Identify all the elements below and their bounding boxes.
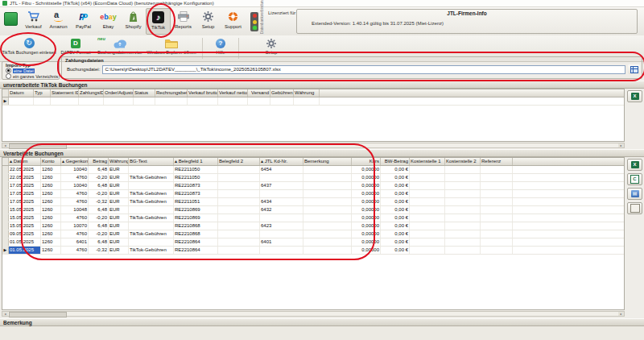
- table-row[interactable]: 09.05.202512604760-0,20EURTikTok-Gebühre…: [2, 230, 624, 238]
- export-excel-button[interactable]: X: [627, 159, 642, 171]
- table-cell[interactable]: [445, 174, 481, 181]
- table-cell[interactable]: [34, 97, 51, 105]
- table-cell[interactable]: 1260: [41, 230, 61, 238]
- table-cell[interactable]: 1260: [41, 174, 61, 181]
- table-cell[interactable]: [248, 97, 270, 105]
- table-cell[interactable]: [218, 190, 260, 197]
- table-cell[interactable]: 0,00000: [352, 230, 381, 238]
- table-cell[interactable]: 0,00 €: [381, 190, 410, 197]
- table-cell[interactable]: 0,00 €: [381, 230, 410, 238]
- table-cell[interactable]: EUR: [109, 214, 129, 222]
- table-cell[interactable]: [481, 230, 513, 238]
- table-cell[interactable]: [481, 174, 513, 181]
- table-cell[interactable]: [260, 247, 303, 254]
- table-cell[interactable]: [134, 97, 155, 105]
- column-header[interactable]: Referenz: [481, 158, 513, 165]
- ribbon-tab-tiktok[interactable]: ♪ TikTok: [146, 8, 171, 35]
- table-cell[interactable]: 22.05.2025: [9, 166, 41, 173]
- table-cell[interactable]: [218, 174, 260, 181]
- unprocessed-bookings-table[interactable]: DatumTypStatement IDZahlungsIDOrder/Adju…: [2, 89, 625, 142]
- column-header[interactable]: Betrag: [89, 158, 109, 165]
- table-cell[interactable]: EUR: [109, 166, 129, 173]
- table-cell[interactable]: 0,00 €: [381, 222, 410, 230]
- table-cell[interactable]: 10048: [61, 206, 89, 214]
- table-cell[interactable]: EUR: [109, 206, 129, 214]
- table-row[interactable]: 22.05.20251260100406,48EURRE221105064540…: [2, 166, 624, 174]
- column-header[interactable]: Rechnungsbetrag: [155, 89, 188, 97]
- table-cell[interactable]: TikTok-Gebühren: [129, 198, 174, 205]
- table-cell[interactable]: [260, 230, 303, 238]
- table-cell[interactable]: 10070: [61, 222, 89, 230]
- table-cell[interactable]: -0,32: [89, 247, 109, 254]
- table-row[interactable]: 15.05.202512604760-0,20EURTikTok-Gebühre…: [2, 214, 624, 222]
- table-cell[interactable]: -0,20: [89, 174, 109, 181]
- table-row[interactable]: 17.05.20251260100406,48EURRE221087364370…: [2, 182, 624, 190]
- table-cell[interactable]: 4760: [61, 190, 89, 197]
- table-cell[interactable]: [410, 198, 445, 205]
- table-cell[interactable]: [9, 97, 34, 105]
- table-cell[interactable]: TikTok-Gebühren: [129, 190, 174, 197]
- table-cell[interactable]: [218, 182, 260, 189]
- table-cell[interactable]: 01.05.2025: [9, 247, 41, 254]
- table-cell[interactable]: [294, 97, 320, 105]
- table-cell[interactable]: 0,00000: [352, 166, 381, 173]
- table-cell[interactable]: [481, 182, 513, 189]
- table-cell[interactable]: RE2210869: [174, 214, 218, 222]
- table-cell[interactable]: RE2210868: [174, 222, 218, 230]
- table-cell[interactable]: [303, 182, 352, 189]
- table-cell[interactable]: 4760: [61, 174, 89, 181]
- table-cell[interactable]: 1260: [41, 247, 61, 254]
- table-cell[interactable]: [410, 238, 445, 246]
- table-cell[interactable]: EUR: [109, 174, 129, 181]
- table-cell[interactable]: [218, 238, 260, 246]
- table-cell[interactable]: EUR: [109, 222, 129, 230]
- column-header[interactable]: Währung: [109, 158, 129, 165]
- table-cell[interactable]: 0,00000: [352, 214, 381, 222]
- bemerkung-field[interactable]: [0, 326, 644, 340]
- table-cell[interactable]: 10040: [61, 166, 89, 173]
- column-header[interactable]: ▴ Gegenkonto: [61, 158, 89, 165]
- table-cell[interactable]: 0,00 €: [381, 174, 410, 181]
- ribbon-tab-setup[interactable]: Setup: [196, 8, 221, 35]
- scroll-right-icon[interactable]: ▸: [618, 312, 624, 316]
- table-cell[interactable]: [481, 238, 513, 246]
- table-cell[interactable]: [410, 174, 445, 181]
- table-cell[interactable]: 15.05.2025: [9, 214, 41, 222]
- table-cell[interactable]: [445, 222, 481, 230]
- column-header[interactable]: Order/Adjustm.: [104, 89, 134, 97]
- ribbon-tab-support[interactable]: Support: [221, 8, 246, 35]
- table-cell[interactable]: [410, 230, 445, 238]
- table-cell[interactable]: 0,00000: [352, 174, 381, 181]
- buchungsdatei-input[interactable]: [102, 65, 625, 74]
- table-cell[interactable]: 0,00 €: [381, 182, 410, 189]
- column-header[interactable]: Bemerkung: [303, 158, 352, 165]
- table-cell[interactable]: RE2210873: [174, 190, 218, 197]
- table-cell[interactable]: 1260: [41, 206, 61, 214]
- table-cell[interactable]: [218, 247, 260, 254]
- column-header[interactable]: Verkauf brutto: [188, 89, 218, 97]
- table-cell[interactable]: 17.05.2025: [9, 182, 41, 189]
- column-header[interactable]: Versand: [248, 89, 270, 97]
- table-cell[interactable]: 1260: [41, 214, 61, 222]
- table-cell[interactable]: 0,00000: [352, 247, 381, 254]
- table-cell[interactable]: RE2210869: [174, 206, 218, 214]
- column-header[interactable]: Konto: [41, 158, 61, 165]
- table-cell[interactable]: [218, 206, 260, 214]
- radio-eine-datei[interactable]: eine Datei: [2, 68, 59, 73]
- table-cell[interactable]: 0,00 €: [381, 214, 410, 222]
- table-cell[interactable]: 09.05.2025: [9, 230, 41, 238]
- table-cell[interactable]: [303, 198, 352, 205]
- table-cell[interactable]: 01.05.2025: [9, 238, 41, 246]
- table-cell[interactable]: 1260: [41, 190, 61, 197]
- table-cell[interactable]: [188, 97, 218, 105]
- radio-ganzes-verzeichnis[interactable]: ein ganzes Verzeichnis: [2, 73, 59, 79]
- table-cell[interactable]: [481, 214, 513, 222]
- table-cell[interactable]: 4760: [61, 198, 89, 205]
- table-cell[interactable]: [410, 182, 445, 189]
- table-cell[interactable]: TikTok-Gebühren: [129, 174, 174, 181]
- browse-file-button[interactable]: [628, 64, 640, 74]
- table-cell[interactable]: 6,48: [89, 166, 109, 173]
- table-cell[interactable]: [260, 214, 303, 222]
- scrollbar-thumb[interactable]: [9, 143, 67, 149]
- table-cell[interactable]: 1260: [41, 182, 61, 189]
